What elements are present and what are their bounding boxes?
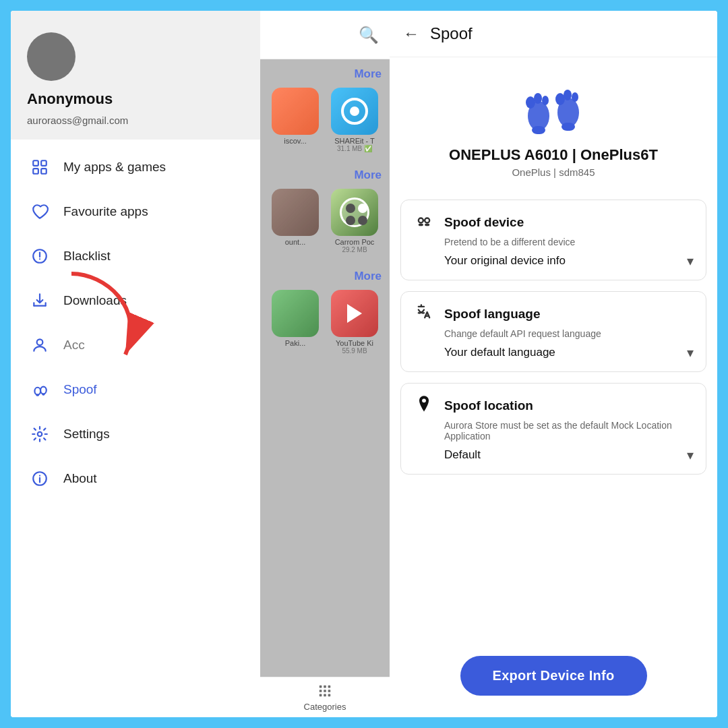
location-pin-icon xyxy=(413,394,435,417)
svg-rect-36 xyxy=(419,224,423,226)
spy-icon xyxy=(413,211,435,234)
back-button[interactable]: ← xyxy=(403,24,419,43)
svg-rect-18 xyxy=(320,690,322,692)
categories-label: Categories xyxy=(304,702,346,712)
mid-header: 🔍 xyxy=(260,11,390,59)
svg-point-25 xyxy=(526,96,535,109)
drawer-items: My apps & games Favourite apps xyxy=(11,140,260,717)
svg-rect-15 xyxy=(320,685,322,688)
sidebar-item-spoof[interactable]: Spoof xyxy=(11,367,260,412)
svg-rect-3 xyxy=(41,169,47,174)
dropdown-arrow-location: ▾ xyxy=(687,447,694,463)
mid-panel: 🔍 More iscov... xyxy=(260,11,390,717)
svg-point-6 xyxy=(37,339,43,345)
spoof-icon xyxy=(30,380,50,400)
svg-rect-37 xyxy=(425,224,429,226)
svg-rect-2 xyxy=(33,169,38,174)
spoof-language-title: Spoof language xyxy=(444,307,541,322)
sidebar-item-label-favourite: Favourite apps xyxy=(63,204,148,219)
spoof-page-title: Spoof xyxy=(430,24,473,43)
sidebar-item-settings[interactable]: Settings xyxy=(11,412,260,456)
svg-rect-0 xyxy=(33,160,38,166)
svg-point-11 xyxy=(38,432,42,437)
spoof-language-desc: Change default API request language xyxy=(444,328,694,339)
mid-section-2: More ount... xyxy=(260,160,390,262)
spoof-device-card[interactable]: Spoof device Pretend to be a different d… xyxy=(400,200,706,280)
svg-point-32 xyxy=(572,92,578,102)
spoof-location-value: Default xyxy=(444,448,481,462)
svg-rect-22 xyxy=(324,694,326,696)
svg-rect-16 xyxy=(324,685,326,688)
blacklist-icon xyxy=(30,246,50,266)
categories-bar[interactable]: Categories xyxy=(260,677,390,717)
sidebar-item-blacklist[interactable]: Blacklist xyxy=(11,234,260,278)
info-icon xyxy=(30,468,50,489)
spoof-panel: ← Spoof ONEPLUS A6010 | OnePlus6T One xyxy=(390,11,717,717)
svg-point-7 xyxy=(34,388,40,395)
spoof-language-card[interactable]: Spoof language Change default API reques… xyxy=(400,291,706,372)
spoof-location-desc: Aurora Store must be set as the default … xyxy=(444,420,694,442)
categories-icon xyxy=(317,684,332,702)
svg-rect-10 xyxy=(42,393,44,395)
sidebar-item-label-settings: Settings xyxy=(63,427,110,442)
svg-rect-28 xyxy=(532,126,545,134)
svg-point-27 xyxy=(542,96,549,105)
sidebar-item-about[interactable]: About xyxy=(11,456,260,501)
translate-icon xyxy=(413,303,435,326)
heart-icon xyxy=(30,202,50,222)
spoof-language-card-header: Spoof language xyxy=(413,303,694,326)
sidebar-item-label-blacklist: Blacklist xyxy=(63,249,111,264)
svg-rect-17 xyxy=(328,685,331,688)
footprints-icon xyxy=(513,79,594,146)
drawer-email: auroraoss@gmail.com xyxy=(27,115,244,126)
svg-rect-21 xyxy=(320,694,322,696)
svg-point-26 xyxy=(534,93,542,104)
svg-point-35 xyxy=(425,218,429,223)
export-device-info-button[interactable]: Export Device Info xyxy=(460,656,647,696)
sidebar-item-accounts[interactable]: Accounts xyxy=(11,323,260,367)
export-btn-container: Export Device Info xyxy=(390,640,717,717)
sidebar-item-label-spoof: Spoof xyxy=(63,382,97,397)
device-hero: ONEPLUS A6010 | OnePlus6T OnePlus | sdm8… xyxy=(390,57,717,194)
sidebar-item-label-downloads: Downloads xyxy=(63,293,127,308)
dropdown-arrow-language: ▾ xyxy=(687,344,694,361)
apps-icon xyxy=(30,157,50,177)
svg-point-13 xyxy=(39,475,40,477)
svg-rect-9 xyxy=(36,394,39,396)
svg-rect-33 xyxy=(562,123,575,131)
sidebar-item-label-my-apps: My apps & games xyxy=(63,160,166,175)
spoof-device-desc: Pretend to be a different device xyxy=(444,237,694,247)
svg-point-34 xyxy=(419,218,423,223)
mid-section-1: More iscov... SHARE xyxy=(260,59,390,160)
sidebar-item-label-about: About xyxy=(63,471,97,486)
spoof-language-select[interactable]: Your default language ▾ xyxy=(444,344,694,361)
sidebar-item-label-accounts: Accounts xyxy=(63,338,116,353)
spoof-device-select[interactable]: Your original device info ▾ xyxy=(444,253,694,269)
svg-point-38 xyxy=(422,398,426,402)
spoof-device-card-header: Spoof device xyxy=(413,211,694,234)
spoof-device-title: Spoof device xyxy=(444,215,524,230)
spoof-device-value: Your original device info xyxy=(444,254,566,268)
svg-point-30 xyxy=(555,93,565,105)
spoof-location-card-header: Spoof location xyxy=(413,394,694,417)
svg-rect-19 xyxy=(324,690,326,692)
sidebar-item-favourite[interactable]: Favourite apps xyxy=(11,189,260,234)
svg-rect-1 xyxy=(41,160,47,166)
svg-rect-23 xyxy=(328,694,331,696)
spoof-language-value: Your default language xyxy=(444,346,555,359)
sidebar-item-my-apps[interactable]: My apps & games xyxy=(11,145,260,189)
download-icon xyxy=(30,291,50,311)
svg-point-31 xyxy=(564,90,572,100)
spoof-location-select[interactable]: Default ▾ xyxy=(444,447,694,463)
drawer: Anonymous auroraoss@gmail.com My apps & … xyxy=(11,11,260,717)
svg-point-5 xyxy=(39,258,40,260)
account-icon xyxy=(30,335,50,355)
more-label-1[interactable]: More xyxy=(260,65,390,85)
device-sub: OnePlus | sdm845 xyxy=(512,166,595,178)
spoof-header: ← Spoof xyxy=(390,11,717,57)
settings-icon xyxy=(30,424,50,444)
spoof-location-card[interactable]: Spoof location Aurora Store must be set … xyxy=(400,383,706,475)
search-icon[interactable]: 🔍 xyxy=(359,26,379,44)
svg-point-8 xyxy=(40,387,47,394)
sidebar-item-downloads[interactable]: Downloads xyxy=(11,278,260,323)
